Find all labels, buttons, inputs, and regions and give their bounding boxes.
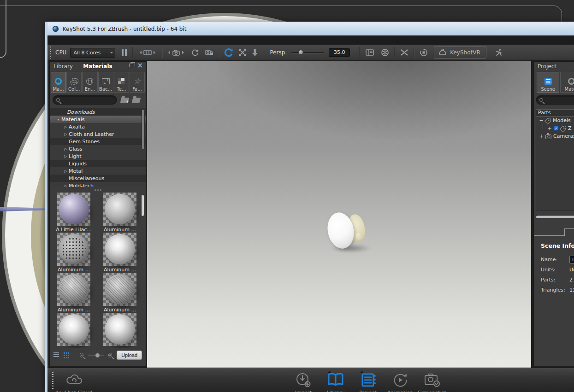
material-thumbnail[interactable] (57, 193, 90, 226)
material-item[interactable]: Aluminum ... (51, 233, 97, 273)
tree-row[interactable]: ▷ Axalta (50, 123, 146, 130)
tree-expander-icon[interactable]: − (539, 117, 544, 123)
material-thumbnail[interactable] (57, 233, 90, 266)
project-tab[interactable]: Material (560, 72, 574, 93)
environment-cycle-button[interactable] (138, 48, 157, 57)
tree-expand-icon[interactable]: ▷ (63, 184, 69, 187)
tree-row[interactable]: ▷ Glass (50, 145, 146, 152)
thumbnails-scrollbar[interactable] (141, 194, 144, 216)
material-thumbnail[interactable] (103, 313, 136, 346)
keyshotvr-button[interactable]: KeyShotVR (434, 47, 486, 59)
library-tab[interactable]: Col... (66, 72, 82, 93)
close-icon[interactable]: × (137, 63, 143, 68)
realtime-viewport[interactable] (147, 61, 531, 368)
tree-row[interactable]: ▷ Mold-Tech (50, 182, 146, 187)
project-search-input[interactable] (536, 95, 574, 105)
tree-row[interactable]: ▷ Light (50, 152, 146, 160)
titlebar[interactable]: KeyShot 5.3 For ZBrush - untitled.bip - … (47, 22, 574, 35)
library-tab[interactable]: Fa... (130, 72, 145, 93)
list-view-icon[interactable] (53, 352, 59, 358)
lock-camera-button[interactable] (204, 48, 214, 57)
next-arrow-icon[interactable] (182, 51, 186, 54)
library-button[interactable] (325, 371, 346, 389)
tree-row[interactable]: ▷ Cloth and Leather (50, 130, 146, 138)
open-folder-icon[interactable] (132, 98, 141, 103)
keyshot-cloud-button[interactable] (64, 371, 84, 389)
tumble-button[interactable] (224, 48, 234, 57)
visibility-checkbox[interactable]: ✓ (554, 126, 559, 131)
zbrush-link-button[interactable] (494, 48, 504, 57)
camera-cycle-button[interactable] (166, 48, 186, 57)
library-tab[interactable]: Te... (114, 72, 129, 93)
parts-tree-row[interactable]: − Models (536, 117, 574, 124)
prev-arrow-icon[interactable] (138, 51, 142, 54)
search-input[interactable] (53, 95, 117, 105)
render-pass-button[interactable] (419, 48, 428, 57)
horizontal-scrollbar[interactable] (536, 215, 574, 219)
parts-tree-row[interactable]: + ✓ Z (536, 124, 574, 132)
add-folder-icon[interactable] (120, 98, 130, 103)
prev-arrow-icon[interactable] (166, 51, 170, 54)
tree-row[interactable]: Miscellaneous (50, 175, 146, 182)
material-item[interactable]: Aluminum ... (97, 273, 143, 313)
animation-button[interactable] (390, 371, 410, 389)
material-item[interactable]: Aluminum ... (97, 193, 143, 233)
reset-camera-button[interactable] (190, 48, 200, 57)
zoom-out-icon[interactable] (80, 353, 83, 357)
material-item[interactable]: A Little Lilac... (51, 193, 97, 233)
tree-expander-icon[interactable]: + (539, 133, 544, 139)
perspective-slider[interactable] (291, 52, 324, 53)
material-item[interactable]: Aluminum ... (51, 273, 97, 313)
tree-row[interactable]: Gem Stones (50, 138, 146, 145)
material-thumbnail[interactable] (103, 233, 136, 266)
tree-expand-icon[interactable]: ▷ (63, 132, 69, 136)
tree-row[interactable]: ▷ Metal (50, 167, 146, 175)
pan-button[interactable] (238, 48, 247, 57)
material-thumbnail[interactable] (57, 273, 90, 306)
library-tab[interactable]: En... (82, 72, 97, 93)
screenshot-button[interactable] (422, 371, 442, 389)
material-item[interactable] (51, 313, 97, 348)
zoom-in-icon[interactable] (108, 353, 112, 357)
material-thumbnail[interactable] (103, 273, 136, 306)
grid-view-icon[interactable] (64, 352, 68, 358)
tree-row[interactable]: Liquids (50, 160, 146, 167)
material-thumbnail[interactable] (57, 313, 90, 346)
pause-render-button[interactable] (122, 49, 127, 56)
slider-handle[interactable] (298, 50, 303, 55)
library-tab[interactable]: Bac... (98, 72, 113, 93)
fov-value-field[interactable]: 35.0 (329, 48, 350, 57)
material-item[interactable]: Aluminum ... (97, 233, 143, 273)
tree-expand-icon[interactable]: ▾ (55, 117, 61, 122)
project-tab[interactable]: Scene (537, 72, 559, 93)
material-item[interactable] (97, 313, 143, 348)
render-modes-button[interactable] (380, 48, 390, 57)
tree-row-label: Downloads (67, 109, 95, 115)
project-button[interactable] (358, 371, 378, 389)
thumbnail-size-slider[interactable] (88, 355, 104, 356)
tree-expand-icon[interactable]: ▷ (63, 125, 69, 129)
tree-row[interactable]: Downloads (50, 108, 146, 116)
tree-row[interactable]: ▾ Materials (50, 116, 146, 123)
tree-expand-icon[interactable]: ▷ (63, 147, 69, 151)
dolly-button[interactable] (251, 48, 259, 57)
toolbar-drag-handle[interactable] (52, 372, 53, 390)
toolbar-drag-handle[interactable] (50, 47, 51, 59)
tree-expand-icon[interactable]: ▷ (63, 154, 69, 158)
library-tab[interactable]: Ma... (51, 72, 66, 93)
tree-expander-icon[interactable]: + (547, 125, 552, 131)
tree-scrollbar[interactable] (142, 109, 145, 150)
import-button[interactable] (293, 371, 314, 389)
effects-button[interactable] (400, 48, 409, 57)
region-render-button[interactable] (365, 48, 375, 57)
tree-expand-icon[interactable]: ▷ (63, 169, 69, 173)
float-panel-icon[interactable] (129, 64, 133, 67)
cores-dropdown[interactable]: All 8 Cores (70, 48, 115, 58)
parts-tree-row[interactable]: + Cameras (536, 132, 574, 140)
toolbar: CPU All 8 Cores (47, 45, 574, 61)
panel-splitter[interactable] (50, 187, 146, 193)
parts-tree: − Models + ✓ Z + Cameras (536, 117, 574, 211)
upload-button[interactable]: Upload (117, 351, 142, 360)
next-arrow-icon[interactable] (154, 51, 157, 54)
material-thumbnail[interactable] (103, 193, 136, 226)
